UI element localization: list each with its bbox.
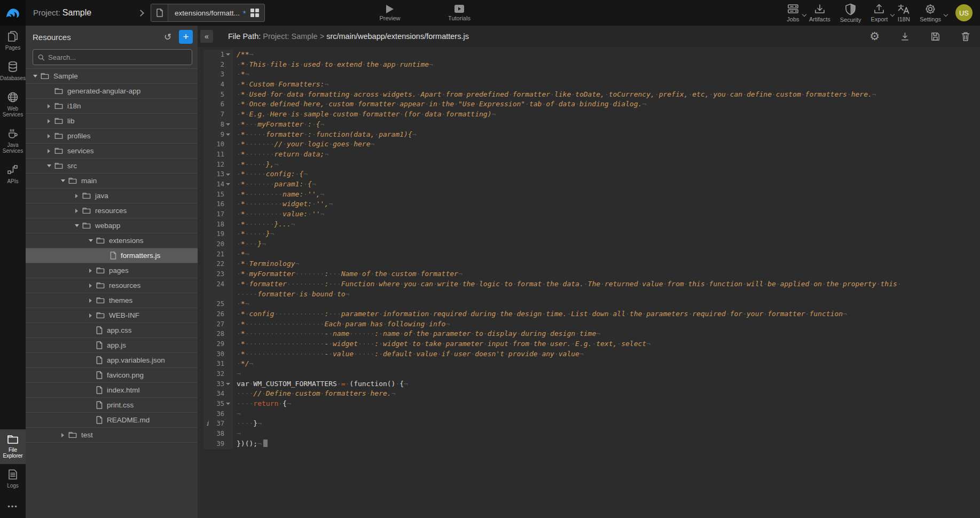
rail-item-logs[interactable]: Logs: [0, 464, 26, 494]
tree-item-profiles[interactable]: profiles: [26, 129, 198, 144]
tree-item-src[interactable]: src: [26, 159, 198, 174]
chevron-right-icon[interactable]: [48, 149, 50, 153]
rail-item-web-services[interactable]: Web Services: [0, 87, 26, 123]
chevron-right-icon[interactable]: [75, 209, 78, 213]
code-line-35[interactable]: 35····return·{¬: [204, 399, 980, 409]
editor-download-icon[interactable]: [900, 32, 910, 42]
code-line-13[interactable]: 13·*·····config:·{¬: [204, 169, 980, 179]
code-line-37[interactable]: i37····}¬: [204, 419, 980, 429]
fold-icon[interactable]: [226, 383, 230, 385]
editor-save-icon[interactable]: [930, 32, 940, 42]
rail-item-pages[interactable]: Pages: [0, 26, 26, 56]
rail-item-java-services[interactable]: Java Services: [0, 123, 26, 159]
preview-button[interactable]: Preview: [375, 0, 405, 26]
menu-i18n-button[interactable]: I18N: [892, 3, 915, 22]
tree-item-app.css[interactable]: app.css: [26, 323, 198, 338]
collapse-panel-button[interactable]: «: [200, 30, 213, 43]
code-line-6[interactable]: 6·*·Once·defined·here,·custom·formatter·…: [204, 99, 980, 109]
code-line-7[interactable]: 7·*·E.g.·Here·is·sample·custom·formatter…: [204, 109, 980, 120]
code-line-20[interactable]: 20·*···}¬: [204, 239, 980, 249]
tree-item-themes[interactable]: themes: [26, 293, 198, 308]
menu-artifacts-button[interactable]: Artifacts: [804, 3, 835, 22]
code-line-17[interactable]: 17·*·········value:·''¬: [204, 209, 980, 219]
tree-item-resources[interactable]: resources: [26, 278, 198, 293]
menu-export-button[interactable]: Export: [866, 3, 892, 22]
code-line-21[interactable]: 21·*¬: [204, 249, 980, 260]
code-line-19[interactable]: 19·*·····}¬: [204, 229, 980, 239]
tree-item-app.js[interactable]: app.js: [26, 338, 198, 353]
search-input[interactable]: [48, 53, 187, 61]
code-line-23[interactable]: 23·*·myFormatter·······:···Name·of·the·c…: [204, 269, 980, 279]
code-line-14[interactable]: 14·*·······param1:·{¬: [204, 179, 980, 190]
code-line-38[interactable]: 38¬: [204, 429, 980, 439]
tree-item-resources[interactable]: resources: [26, 203, 198, 218]
rail-item-file-explorer[interactable]: File Explorer: [0, 429, 26, 464]
tree-item-webapp[interactable]: webapp: [26, 218, 198, 233]
chevron-right-icon[interactable]: [89, 313, 92, 318]
chevron-right-icon[interactable]: [75, 194, 78, 198]
code-line-31[interactable]: 31·*/¬: [204, 359, 980, 369]
tree-item-web-inf[interactable]: WEB-INF: [26, 308, 198, 323]
tree-item-app.variables.json[interactable]: app.variables.json: [26, 353, 198, 368]
fold-icon[interactable]: [226, 174, 230, 176]
code-line-16[interactable]: 16·*·········widget:·'',¬: [204, 199, 980, 209]
code-line-24[interactable]: 24·*·formatter·········:···Function·wher…: [204, 279, 980, 289]
user-avatar[interactable]: US: [955, 4, 973, 21]
chevron-right-icon[interactable]: [89, 299, 92, 303]
code-line-15[interactable]: 15·*·········name:·'',¬: [204, 190, 980, 200]
code-line-32[interactable]: 32¬: [204, 369, 980, 379]
menu-jobs-button[interactable]: Jobs: [782, 3, 804, 22]
menu-settings-button[interactable]: Settings: [915, 3, 946, 22]
menu-security-button[interactable]: Security: [835, 3, 866, 23]
tree-item-i18n[interactable]: i18n: [26, 99, 198, 114]
chevron-down-icon[interactable]: [75, 224, 79, 227]
editor-delete-icon[interactable]: [961, 32, 970, 42]
chevron-down-icon[interactable]: [33, 75, 37, 77]
rail-item-databases[interactable]: Databases: [0, 56, 26, 87]
code-line-27[interactable]: 27·*···················Each·param·has·fo…: [204, 319, 980, 329]
code-area[interactable]: 1/**¬2·*·This·file·is·used·to·extend·the…: [204, 47, 980, 518]
code-line-39[interactable]: 39})();¬: [204, 439, 980, 449]
code-line-29[interactable]: 29·*···················-·widget····:·wid…: [204, 339, 980, 349]
code-line-33[interactable]: 33var·WM_CUSTOM_FORMATTERS·=·(function()…: [204, 379, 980, 389]
fold-icon[interactable]: [226, 183, 230, 185]
tree-item-index.html[interactable]: index.html: [26, 383, 198, 398]
more-options-icon[interactable]: •••: [0, 494, 26, 518]
tree-item-sample[interactable]: Sample: [26, 69, 198, 84]
chevron-down-icon[interactable]: [89, 239, 93, 242]
fold-icon[interactable]: [226, 53, 230, 56]
editor-settings-gear-icon[interactable]: ⚙: [869, 31, 880, 42]
code-line-34[interactable]: 34····//·Define·custom·formatters·here.¬: [204, 389, 980, 399]
chevron-right-icon[interactable]: [89, 269, 92, 273]
tree-item-extensions[interactable]: extensions: [26, 233, 198, 248]
code-line-10[interactable]: 10·*·······//·your·logic·goes·here¬: [204, 139, 980, 150]
rail-item-apis[interactable]: APIs: [0, 159, 26, 190]
code-line-9[interactable]: 9·*·····formatter·:·function(data,·param…: [204, 130, 980, 140]
chevron-right-icon[interactable]: [89, 284, 92, 288]
tree-item-lib[interactable]: lib: [26, 114, 198, 129]
tree-item-java[interactable]: java: [26, 189, 198, 203]
code-line-2[interactable]: 2·*·This·file·is·used·to·extend·the·app·…: [204, 60, 980, 70]
code-line-30[interactable]: 30·*···················-·value·····:·def…: [204, 349, 980, 359]
code-line-36[interactable]: 36¬: [204, 409, 980, 419]
tree-item-readme.md[interactable]: README.md: [26, 413, 198, 428]
code-line-4[interactable]: 4·*·Custom·Formatters:¬: [204, 80, 980, 90]
layout-grid-icon[interactable]: [250, 9, 259, 17]
tutorials-button[interactable]: Tutorials: [444, 0, 474, 26]
tree-item-pages[interactable]: pages: [26, 263, 198, 278]
tree-item-generated-angular-app[interactable]: generated-angular-app: [26, 84, 198, 99]
add-resource-button[interactable]: +: [179, 30, 193, 44]
code-line-1[interactable]: 1/**¬: [204, 50, 980, 60]
chevron-right-icon[interactable]: [48, 119, 50, 123]
tree-item-favicon.png[interactable]: favicon.png: [26, 368, 198, 383]
refresh-icon[interactable]: ↻: [164, 32, 171, 42]
code-line-12[interactable]: 12·*·····},¬: [204, 160, 980, 170]
code-line-28[interactable]: 28·*···················-·name······:·nam…: [204, 329, 980, 339]
code-line-26[interactable]: 26·*·config············:···parameter·inf…: [204, 309, 980, 319]
wavemaker-logo[interactable]: [0, 0, 26, 26]
tree-item-print.css[interactable]: print.css: [26, 398, 198, 413]
chevron-right-icon[interactable]: [48, 134, 50, 138]
chevron-right-icon[interactable]: [61, 433, 64, 437]
chevron-right-icon[interactable]: [137, 10, 144, 17]
code-line-25[interactable]: 25·*¬: [204, 299, 980, 309]
